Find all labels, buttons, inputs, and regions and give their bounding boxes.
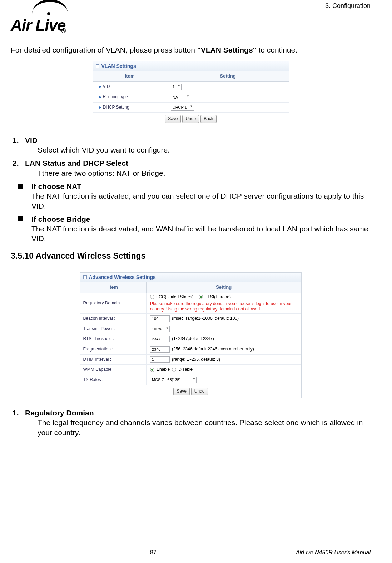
square-bullet-icon [18, 216, 23, 221]
column-header-item: Item [80, 282, 147, 293]
undo-button[interactable]: Undo [191, 388, 208, 395]
vid-label: ▸VID [93, 82, 167, 92]
square-bullet-icon [18, 184, 23, 189]
dhcp-setting-label: ▸DHCP Setting [93, 103, 167, 113]
back-button[interactable]: Back [200, 115, 217, 123]
triangle-icon: ▸ [99, 84, 101, 90]
dtim-interval-input[interactable] [150, 356, 170, 363]
panel-icon [96, 64, 99, 68]
manual-title: AirLive N450R User's Manual [296, 549, 371, 556]
vid-select[interactable]: 1 [171, 84, 182, 90]
list-item: 2.LAN Status and DHCP Select Tthere are … [11, 158, 371, 178]
fragmentation-hint: (256~2346,default 2346,even number only) [172, 347, 254, 352]
save-button[interactable]: Save [165, 115, 181, 123]
fragmentation-label: Fragmentation : [80, 344, 147, 354]
list-item: 1.Regulatory Domian The legal frequency … [11, 408, 371, 437]
save-button[interactable]: Save [173, 388, 189, 395]
tx-rates-select[interactable]: MCS 7 - 65[135] [150, 377, 197, 383]
aws-panel-title: Advanced Wireless Settings [80, 273, 301, 282]
chapter-label: 3. Configuration [325, 2, 371, 10]
wmm-capable-label: WMM Capable [80, 365, 147, 375]
intro-text: For detailed configuration of VLAN, plea… [11, 45, 371, 55]
wifi-dot-icon [47, 12, 50, 15]
triangle-icon: ▸ [99, 105, 101, 110]
routing-type-select[interactable]: NAT [171, 94, 190, 100]
transmit-power-select[interactable]: 100% [150, 326, 170, 332]
fcc-radio-label: FCC(United States) [156, 294, 194, 300]
wmm-disable-label: Disable [178, 367, 193, 373]
advanced-wireless-panel: Advanced Wireless Settings Item Setting … [80, 272, 302, 398]
registered-icon: ® [61, 27, 65, 35]
column-header-setting: Setting [147, 282, 301, 293]
column-header-item: Item [93, 71, 167, 81]
list-item: If choose Bridge The NAT function is dea… [18, 214, 371, 244]
etsi-radio-label: ETSI(Europe) [205, 294, 231, 300]
dtim-interval-label: DTIM Interval : [80, 355, 147, 365]
wmm-enable-label: Enable [157, 367, 170, 373]
list-item: If choose NAT The NAT function is activa… [18, 181, 371, 211]
fragmentation-input[interactable] [150, 346, 170, 353]
vlan-settings-panel: VLAN Settings Item Setting ▸VID 1 ▸Routi… [93, 61, 289, 125]
fcc-radio[interactable] [150, 295, 154, 299]
regulatory-warning: Please make sure the regulatory domain y… [150, 301, 298, 312]
wmm-disable-radio[interactable] [172, 368, 176, 372]
triangle-icon: ▸ [99, 94, 101, 100]
header-divider [96, 26, 371, 26]
rts-threshold-hint: (1~2347,default 2347) [172, 336, 214, 342]
tx-rates-label: TX Rates : [80, 375, 147, 385]
beacon-interval-input[interactable] [150, 315, 170, 322]
beacon-interval-label: Beacon Interval : [80, 314, 147, 324]
undo-button[interactable]: Undo [182, 115, 199, 123]
rts-threshold-input[interactable] [150, 336, 170, 342]
panel-icon [83, 275, 87, 279]
routing-type-label: ▸Routing Type [93, 92, 167, 102]
regulatory-domain-label: Regulatory Domain [80, 293, 147, 314]
beacon-interval-hint: (msec, range:1~1000, default: 100) [172, 316, 239, 322]
logo-text: Air Live® [11, 16, 65, 34]
dhcp-setting-select[interactable]: DHCP 1 [171, 104, 194, 110]
list-item: 1.VID Select which VID you want to confi… [11, 135, 371, 155]
wmm-enable-radio[interactable] [150, 368, 154, 372]
dtim-interval-hint: (range: 1~255, default: 3) [172, 357, 220, 363]
rts-threshold-label: RTS Threshold : [80, 334, 147, 344]
page-number: 87 [150, 549, 157, 556]
column-header-setting: Setting [167, 71, 289, 81]
section-heading: 3.5.10 Advanced Wireless Settings [11, 251, 371, 261]
etsi-radio[interactable] [199, 295, 203, 299]
brand-logo: Air Live® [11, 2, 93, 34]
transmit-power-label: Transmit Power : [80, 324, 147, 334]
vlan-panel-title: VLAN Settings [93, 61, 289, 71]
